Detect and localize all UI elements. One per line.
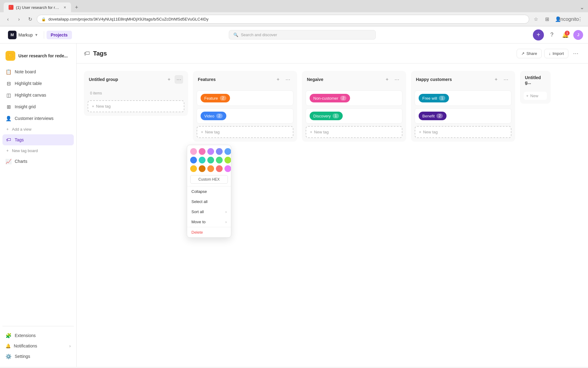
color-swatch-1[interactable]	[190, 148, 197, 155]
sidebar-item-charts[interactable]: 📈 Charts	[2, 156, 74, 167]
color-swatch-15[interactable]	[224, 165, 231, 172]
project-header[interactable]: ☀️ User research for rede...	[2, 48, 74, 63]
back-button[interactable]: ‹	[4, 15, 12, 24]
tag-card-video[interactable]: Video 2	[197, 108, 293, 124]
sidebar-item-highlight-canvas[interactable]: ◫ Highlight canvas	[2, 90, 74, 101]
color-swatch-11[interactable]	[190, 165, 197, 172]
tab-dropdown-button[interactable]: ⌄	[580, 4, 584, 11]
extensions-button[interactable]: ⊞	[543, 15, 551, 24]
add-button[interactable]: +	[533, 29, 544, 40]
new-tab-button[interactable]: +	[72, 3, 81, 12]
column-more-button-untitled[interactable]: ⋯	[175, 75, 183, 84]
column-more-button-features[interactable]: ⋯	[284, 75, 292, 84]
column-title-negaive: Negaive	[307, 77, 380, 82]
close-tab-button[interactable]: ×	[64, 5, 66, 10]
add-view-button[interactable]: ＋ Add a view	[2, 125, 74, 134]
column-title-features: Features	[198, 77, 271, 82]
kanban-column-negaive: Negaive + ⋯ Non-customer 2	[302, 71, 406, 142]
bookmark-button[interactable]: ☆	[532, 15, 540, 24]
custom-hex-button[interactable]: Custom HEX	[190, 175, 228, 184]
sidebar-item-tags[interactable]: 🏷 Tags	[2, 134, 74, 145]
search-bar[interactable]: 🔍 Search and discover	[229, 30, 376, 40]
notification-badge: 1	[565, 31, 570, 36]
sidebar-item-highlight-table[interactable]: ⊟ Highlight table	[2, 78, 74, 89]
new-tag-label: New tag	[423, 130, 438, 134]
active-tab[interactable]: 🔴 (1) User research for redesig... ×	[4, 2, 71, 12]
tag-chip-non-customer[interactable]: Non-customer 2	[310, 94, 350, 102]
share-button[interactable]: ↗ Share	[517, 49, 542, 58]
sidebar-item-settings[interactable]: ⚙️ Settings	[2, 351, 74, 362]
color-swatch-6[interactable]	[190, 157, 197, 163]
tag-chip-discovery[interactable]: Discovery 1	[310, 112, 343, 120]
help-button[interactable]: ?	[546, 29, 557, 40]
new-tag-button-happy-customers[interactable]: + New tag	[415, 126, 511, 138]
url-bar[interactable]: 🔒 dovetailapp.com/projects/3KV4yNUq11E8l…	[37, 15, 529, 24]
new-tag-button-untitled[interactable]: + New tag	[88, 100, 184, 112]
color-swatch-7[interactable]	[199, 157, 205, 163]
menu-button[interactable]: ⋮	[576, 15, 584, 24]
column-add-button-negaive[interactable]: +	[383, 75, 391, 84]
forward-button[interactable]: ›	[15, 15, 23, 24]
tag-card-discovery[interactable]: Discovery 1	[306, 108, 402, 124]
color-swatch-8[interactable]	[207, 157, 214, 163]
import-button[interactable]: ↓ Import	[544, 49, 568, 58]
color-swatch-2[interactable]	[199, 148, 205, 155]
workspace-avatar: M	[8, 31, 17, 39]
notification-button[interactable]: 🔔 1	[560, 29, 571, 40]
new-tag-button-features[interactable]: + New tag	[197, 126, 293, 138]
collapse-menu-item[interactable]: Collapse	[187, 186, 231, 197]
sidebar-item-label: Highlight canvas	[15, 93, 71, 98]
tag-chip-video[interactable]: Video 2	[201, 112, 226, 120]
sidebar-item-notifications[interactable]: 🔔 Notifications ›	[2, 341, 74, 351]
import-label: Import	[552, 51, 564, 56]
user-avatar[interactable]: J	[573, 30, 583, 40]
more-options-button[interactable]: ⋯	[571, 48, 581, 58]
tag-chip-benefit[interactable]: Benefit 2	[419, 112, 447, 120]
tag-chip-feature[interactable]: Feature 2	[201, 94, 230, 102]
kanban-column-untitled2: Untitled g... + New	[520, 71, 551, 104]
delete-menu-item[interactable]: Delete	[187, 227, 231, 237]
browser-actions: ☆ ⊞ 👤 Incognito ⋮	[532, 15, 584, 24]
color-swatch-3[interactable]	[207, 148, 214, 155]
sidebar-extensions-label: Extensions	[15, 333, 71, 338]
tag-chip-free-will[interactable]: Free will 1	[419, 94, 449, 102]
column-add-button-happy-customers[interactable]: +	[492, 75, 500, 84]
column-more-button-happy-customers[interactable]: ⋯	[502, 75, 510, 84]
page-title: Tags	[93, 50, 107, 57]
tag-card-free-will[interactable]: Free will 1	[415, 90, 511, 106]
column-more-button-negaive[interactable]: ⋯	[393, 75, 401, 84]
tag-card-benefit[interactable]: Benefit 2	[415, 108, 511, 124]
color-swatch-13[interactable]	[207, 165, 214, 172]
share-icon: ↗	[521, 51, 525, 56]
tag-card-feature[interactable]: Feature 2	[197, 90, 293, 106]
tag-card-non-customer[interactable]: Non-customer 2	[306, 90, 402, 106]
sort-all-menu-item[interactable]: Sort all ›	[187, 207, 231, 217]
column-actions-untitled: + ⋯	[165, 75, 183, 84]
sidebar-item-customer-interviews[interactable]: 👤 Customer interviews	[2, 113, 74, 124]
new-tag-button-untitled2[interactable]: + New	[524, 92, 547, 100]
settings-icon: ⚙️	[6, 353, 12, 359]
color-swatch-12[interactable]	[199, 165, 205, 172]
new-tag-button-negaive[interactable]: + New tag	[306, 126, 402, 138]
kanban-board: Untitled group + ⋯ 0 items + New tag	[77, 63, 588, 367]
column-add-button-untitled[interactable]: +	[165, 75, 173, 84]
column-add-button-features[interactable]: +	[274, 75, 282, 84]
sidebar-bottom: 🧩 Extensions 🔔 Notifications › ⚙️ Settin…	[2, 326, 74, 362]
move-to-menu-item[interactable]: Move to ›	[187, 217, 231, 227]
extensions-icon: 🧩	[6, 332, 12, 339]
reload-button[interactable]: ↻	[26, 15, 34, 24]
sidebar-item-insight-grid[interactable]: ⊞ Insight grid	[2, 101, 74, 112]
color-swatch-14[interactable]	[216, 165, 223, 172]
color-swatch-10[interactable]	[224, 157, 231, 163]
new-tag-board-button[interactable]: ＋ New tag board	[2, 146, 74, 155]
color-swatch-5[interactable]	[224, 148, 231, 155]
color-swatch-9[interactable]	[216, 157, 223, 163]
color-swatch-4[interactable]	[216, 148, 223, 155]
projects-button[interactable]: Projects	[47, 31, 72, 39]
sidebar-item-extensions[interactable]: 🧩 Extensions	[2, 330, 74, 341]
page-header: 🏷 Tags ↗ Share ↓ Import ⋯	[77, 44, 588, 63]
new-tag-board-icon: ＋	[6, 148, 9, 153]
sidebar-item-note-board[interactable]: 📋 Note board	[2, 66, 74, 77]
workspace-button[interactable]: M Markup ▼	[5, 29, 41, 41]
select-all-menu-item[interactable]: Select all	[187, 197, 231, 207]
